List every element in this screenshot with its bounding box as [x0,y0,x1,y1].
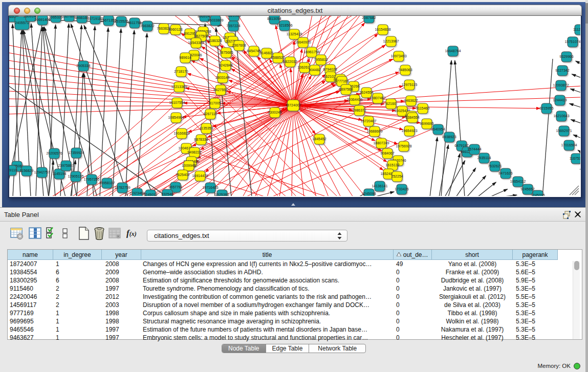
svg-text:9245095: 9245095 [531,193,545,196]
svg-text:16961758: 16961758 [303,50,319,54]
svg-text:7986372: 7986372 [352,108,366,112]
svg-text:23975867: 23975867 [58,164,74,167]
svg-text:19654923: 19654923 [401,129,417,133]
svg-text:7955812: 7955812 [314,58,328,61]
svg-text:6897568: 6897568 [339,87,353,91]
svg-text:17016504: 17016504 [561,143,577,147]
svg-text:20364436: 20364436 [346,98,362,101]
svg-text:1640954: 1640954 [431,127,445,131]
svg-text:7485063: 7485063 [398,68,412,72]
svg-text:7663822: 7663822 [140,24,154,28]
svg-text:8969145: 8969145 [198,16,211,18]
svg-text:8186328: 8186328 [208,39,222,42]
svg-text:3875685: 3875685 [219,51,233,54]
svg-text:9777169: 9777169 [335,79,349,83]
svg-text:10958107: 10958107 [99,181,115,185]
svg-text:1521905: 1521905 [227,16,241,17]
svg-text:1145194: 1145194 [53,172,67,176]
svg-text:11325419: 11325419 [287,32,302,36]
svg-text:9498222: 9498222 [187,150,201,154]
svg-text:8267110: 8267110 [204,112,217,116]
svg-text:9463627: 9463627 [404,99,418,102]
svg-text:14136141: 14136141 [372,184,387,188]
svg-text:2803144: 2803144 [215,76,229,79]
svg-text:2935114: 2935114 [477,156,491,160]
svg-text:9146821: 9146821 [259,51,273,55]
svg-text:10654112: 10654112 [510,180,526,183]
svg-text:9227342: 9227342 [555,69,569,72]
svg-text:1009948: 1009948 [182,164,195,167]
svg-text:18807249: 18807249 [373,141,389,145]
svg-text:16914479: 16914479 [192,174,208,178]
svg-text:1845452: 1845452 [312,137,326,141]
svg-text:15751074: 15751074 [564,40,580,43]
svg-text:1112714: 1112714 [573,28,580,31]
svg-text:9084067: 9084067 [380,151,394,155]
svg-text:8878334: 8878334 [194,138,208,141]
svg-text:9827500: 9827500 [194,34,208,38]
svg-text:832546: 832546 [161,192,173,196]
svg-text:10973493: 10973493 [390,54,406,58]
svg-text:16033809: 16033809 [207,18,223,22]
svg-text:10854904: 10854904 [168,116,184,119]
svg-text:7515526: 7515526 [114,19,128,23]
svg-text:8427552: 8427552 [213,88,227,92]
svg-text:9245012: 9245012 [143,193,157,196]
svg-text:16154838: 16154838 [375,28,390,31]
svg-text:19166829: 19166829 [173,132,189,135]
svg-text:8454749: 8454749 [247,49,260,53]
svg-text:989614: 989614 [179,56,191,59]
svg-text:10688609: 10688609 [366,129,382,133]
svg-text:1167533: 1167533 [570,157,580,160]
svg-text:12905135: 12905135 [68,174,83,178]
svg-text:939110: 939110 [9,168,17,172]
svg-text:16640910: 16640910 [295,40,311,44]
svg-text:817005: 817005 [209,101,221,105]
svg-text:252254: 252254 [391,174,403,178]
svg-text:7632621: 7632621 [488,164,502,168]
svg-text:12093872: 12093872 [553,83,569,87]
svg-text:1525360: 1525360 [215,193,229,196]
svg-text:8960128: 8960128 [168,28,182,31]
svg-text:15692971: 15692971 [556,129,572,133]
svg-text:8938923: 8938923 [442,135,456,139]
svg-text:2405571: 2405571 [15,21,29,25]
svg-text:12975115: 12975115 [402,83,418,86]
svg-text:9329966: 9329966 [559,55,573,58]
svg-text:9242848: 9242848 [219,63,232,67]
svg-text:904482: 904482 [309,68,320,72]
svg-text:17359924: 17359924 [68,151,84,155]
svg-text:62160: 62160 [386,102,396,105]
svg-text:16782759: 16782759 [114,186,130,189]
svg-text:7625402: 7625402 [176,173,189,177]
svg-text:9657791: 9657791 [168,185,182,189]
svg-text:16210643: 16210643 [553,114,569,118]
svg-text:2300245: 2300245 [268,111,281,114]
svg-text:16648764: 16648764 [445,49,461,53]
svg-text:16107554: 16107554 [169,101,185,104]
svg-text:8471626: 8471626 [498,171,512,175]
svg-text:9611758: 9611758 [128,21,142,25]
svg-text:1135359: 1135359 [200,126,213,130]
svg-text:19716485: 19716485 [202,186,218,189]
svg-text:19218506: 19218506 [276,24,292,27]
svg-text:8813054: 8813054 [267,17,281,20]
svg-text:9245098: 9245098 [362,192,376,195]
svg-text:9699695: 9699695 [420,122,433,125]
svg-text:1588520: 1588520 [271,56,285,59]
svg-text:2718170: 2718170 [174,70,188,73]
svg-text:10807487: 10807487 [369,96,385,100]
svg-text:17957255: 17957255 [83,178,99,181]
svg-text:20691406: 20691406 [34,18,50,21]
svg-text:1574444: 1574444 [467,147,481,151]
svg-text:15720407: 15720407 [360,119,376,123]
svg-text:11923468: 11923468 [129,191,145,195]
svg-text:16543382: 16543382 [188,41,204,45]
svg-text:1327607: 1327607 [62,16,76,18]
svg-text:7357224: 7357224 [226,24,240,28]
svg-text:6794028: 6794028 [323,68,337,71]
svg-text:1244419: 1244419 [553,98,567,102]
svg-text:2905334: 2905334 [76,64,90,68]
svg-text:12213369: 12213369 [171,85,187,89]
svg-text:8822037: 8822037 [283,60,297,63]
